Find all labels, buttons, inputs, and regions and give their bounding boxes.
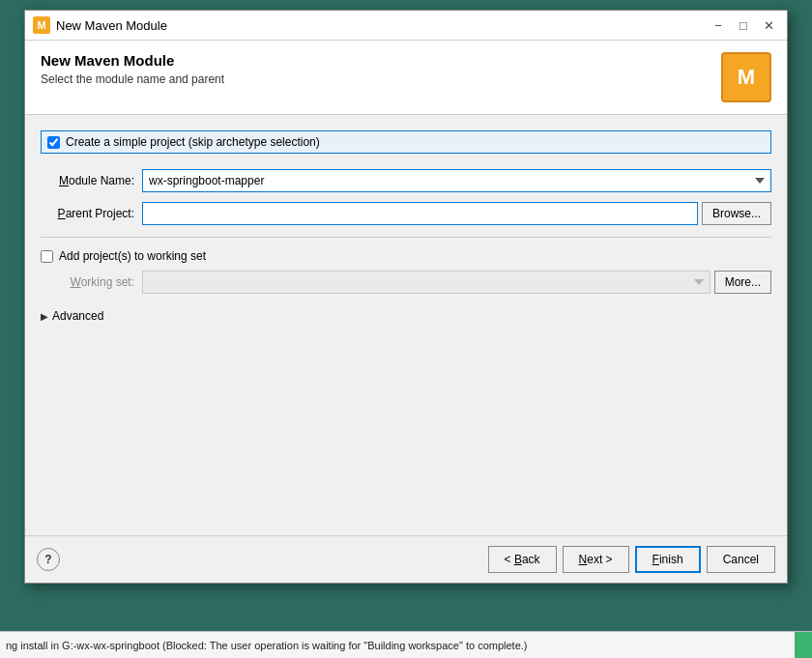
module-name-row: Module Name: wx-springboot-mapper [41,169,771,192]
maven-icon: M [721,52,771,102]
simple-project-checkbox[interactable] [47,136,60,149]
browse-button[interactable]: Browse... [702,202,771,225]
simple-project-label[interactable]: Create a simple project (skip archetype … [66,135,320,149]
parent-project-input[interactable]: wx-springboot [142,202,698,225]
title-controls: − □ ✕ [708,16,779,34]
status-bar: ng install in G:-wx-wx-springboot (Block… [0,631,812,658]
header-text: New Maven Module Select the module name … [41,52,224,86]
dialog-header: New Maven Module Select the module name … [25,41,787,115]
advanced-label: Advanced [52,309,103,323]
minimize-button[interactable]: − [708,16,729,34]
dialog-footer: ? < Back Next > Finish Cancel [25,535,787,583]
close-button[interactable]: ✕ [758,16,779,34]
footer-buttons: < Back Next > Finish Cancel [488,546,775,573]
advanced-row[interactable]: ▶ Advanced [41,305,771,327]
module-name-input-wrap: wx-springboot-mapper [142,169,771,192]
next-button[interactable]: Next > [563,546,629,573]
header-title: New Maven Module [41,52,224,69]
working-set-row: Working set: More... [41,271,771,294]
footer-left: ? [37,548,60,571]
working-set-checkbox-row: Add project(s) to working set [41,249,771,263]
parent-project-row: Parent Project: wx-springboot Browse... [41,202,771,225]
working-set-dropdown[interactable] [142,271,710,294]
cancel-button[interactable]: Cancel [707,546,775,573]
working-set-checkbox-label[interactable]: Add project(s) to working set [59,249,206,263]
help-button[interactable]: ? [37,548,60,571]
green-progress-bar [795,632,812,658]
working-set-input-wrap: More... [142,271,771,294]
dialog-body: Create a simple project (skip archetype … [25,115,787,535]
back-button[interactable]: < Back [488,546,557,573]
dialog-title: New Maven Module [56,18,167,33]
maven-title-icon: M [33,16,50,34]
parent-project-input-wrap: wx-springboot Browse... [142,202,771,225]
finish-button[interactable]: Finish [635,546,701,573]
header-subtitle: Select the module name and parent [41,72,224,86]
title-bar-left: M New Maven Module [33,16,167,34]
working-set-checkbox[interactable] [41,250,53,263]
chevron-right-icon: ▶ [41,311,48,322]
status-text: ng install in G:-wx-wx-springboot (Block… [6,640,528,651]
section-divider [41,237,771,238]
maximize-button[interactable]: □ [733,16,754,34]
simple-project-row: Create a simple project (skip archetype … [41,130,771,154]
module-name-input[interactable]: wx-springboot-mapper [142,169,771,192]
title-bar: M New Maven Module − □ ✕ [25,11,787,41]
content-area [41,327,771,520]
working-set-label: Working set: [41,275,142,289]
dialog: M New Maven Module − □ ✕ New Maven Modul… [24,10,788,584]
module-name-label: Module Name: [41,174,142,187]
more-button[interactable]: More... [714,271,771,294]
parent-project-label: Parent Project: [41,207,142,220]
